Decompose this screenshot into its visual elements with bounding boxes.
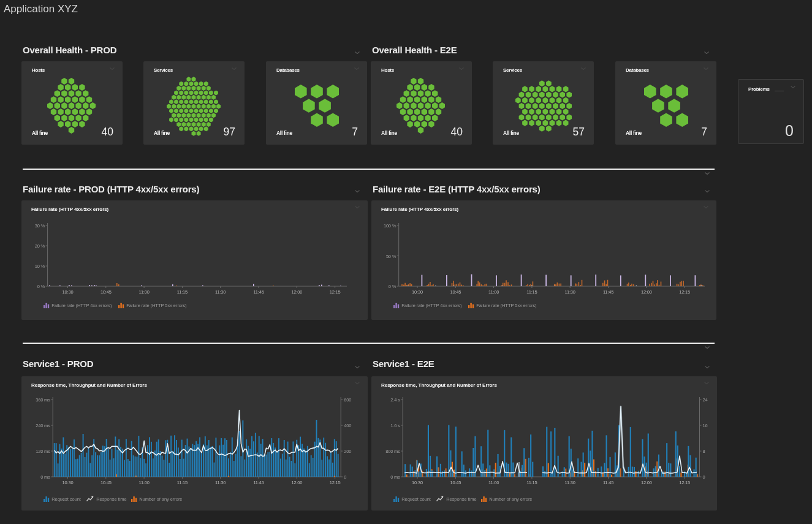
svg-text:12:15: 12:15: [330, 480, 341, 485]
svg-text:11:00: 11:00: [138, 289, 149, 295]
svg-text:10:30: 10:30: [63, 289, 74, 295]
svg-text:11:15: 11:15: [526, 480, 537, 485]
svg-text:11:45: 11:45: [253, 480, 264, 485]
svg-text:11:15: 11:15: [177, 289, 188, 295]
svg-text:11:30: 11:30: [565, 289, 575, 295]
svg-text:12:00: 12:00: [641, 289, 652, 295]
svg-text:240 ms: 240 ms: [36, 423, 50, 428]
svg-text:10:30: 10:30: [412, 480, 423, 485]
svg-text:2.4 s: 2.4 s: [390, 397, 400, 403]
svg-text:16: 16: [703, 423, 708, 428]
svg-text:12:00: 12:00: [641, 480, 652, 485]
svg-text:10:45: 10:45: [450, 480, 461, 485]
svg-text:100 %: 100 %: [384, 223, 397, 229]
svg-text:10 %: 10 %: [35, 264, 45, 269]
svg-text:10:45: 10:45: [101, 289, 112, 295]
svg-text:24: 24: [703, 397, 708, 403]
svg-text:11:00: 11:00: [488, 480, 499, 485]
svg-text:0 ms: 0 ms: [390, 474, 400, 480]
svg-text:0 %: 0 %: [389, 284, 397, 289]
svg-text:11:30: 11:30: [565, 480, 575, 485]
svg-text:1.6 s: 1.6 s: [390, 423, 400, 428]
svg-text:11:45: 11:45: [603, 289, 613, 295]
svg-text:11:30: 11:30: [215, 480, 226, 485]
svg-text:11:00: 11:00: [488, 289, 499, 295]
svg-text:0 %: 0 %: [37, 284, 45, 289]
svg-text:0: 0: [344, 474, 346, 480]
svg-text:10:45: 10:45: [450, 289, 461, 295]
svg-text:12:00: 12:00: [291, 289, 302, 295]
svg-text:10:45: 10:45: [101, 480, 112, 485]
svg-text:20 %: 20 %: [35, 243, 45, 249]
svg-text:11:45: 11:45: [603, 480, 613, 485]
svg-text:0: 0: [703, 474, 705, 480]
svg-text:10:30: 10:30: [63, 480, 74, 485]
svg-text:10:30: 10:30: [412, 289, 423, 295]
svg-text:8: 8: [703, 449, 705, 454]
svg-text:11:45: 11:45: [253, 289, 264, 295]
svg-text:12:15: 12:15: [330, 289, 341, 295]
svg-text:400: 400: [344, 423, 351, 428]
svg-text:600: 600: [344, 397, 351, 403]
svg-text:0 ms: 0 ms: [40, 474, 50, 480]
svg-text:50 %: 50 %: [386, 254, 397, 259]
svg-text:11:15: 11:15: [526, 289, 537, 295]
svg-text:120 ms: 120 ms: [36, 449, 50, 454]
svg-text:11:15: 11:15: [177, 480, 188, 485]
svg-text:11:00: 11:00: [138, 480, 149, 485]
svg-text:200: 200: [344, 449, 351, 454]
svg-text:12:00: 12:00: [291, 480, 302, 485]
svg-text:800 ms: 800 ms: [385, 449, 400, 454]
svg-text:12:15: 12:15: [679, 289, 690, 295]
svg-text:11:30: 11:30: [215, 289, 226, 295]
svg-text:360 ms: 360 ms: [36, 397, 50, 403]
svg-text:12:15: 12:15: [679, 480, 690, 485]
svg-text:30 %: 30 %: [35, 223, 45, 229]
